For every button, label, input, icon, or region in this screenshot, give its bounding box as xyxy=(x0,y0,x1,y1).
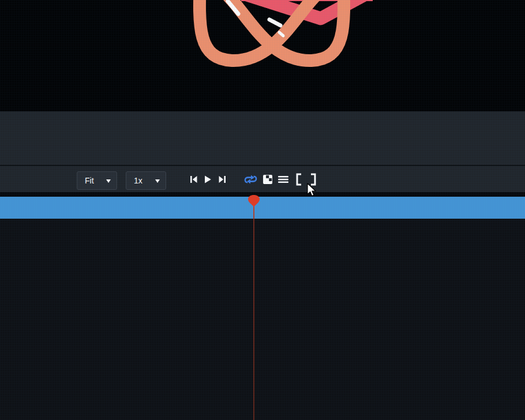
playback-speed-dropdown[interactable]: 1x xyxy=(126,171,166,190)
chevron-down-icon xyxy=(106,179,111,185)
zoom-fit-value: Fit xyxy=(85,176,94,185)
skip-to-end-button[interactable] xyxy=(215,172,229,186)
playhead-line xyxy=(253,204,254,420)
animation-player-window: Fit 1x xyxy=(0,0,525,420)
toolbar-timeline-divider xyxy=(0,192,525,197)
play-button[interactable] xyxy=(201,172,215,186)
player-toolbar: Fit 1x xyxy=(0,166,525,192)
preview-panel xyxy=(0,111,525,165)
knot-dash-2 xyxy=(269,20,280,25)
playback-speed-value: 1x xyxy=(134,176,142,185)
animation-preview xyxy=(0,0,525,111)
background-toggle-button[interactable] xyxy=(261,172,275,186)
mark-in-button[interactable] xyxy=(292,172,306,186)
animation-stage xyxy=(0,0,525,111)
bracket-in-icon xyxy=(295,173,303,186)
loop-toggle-button[interactable] xyxy=(243,172,257,186)
timeline-track[interactable] xyxy=(0,197,525,219)
hamburger-icon xyxy=(278,175,288,183)
menu-button[interactable] xyxy=(276,172,290,186)
chevron-down-icon xyxy=(155,179,160,185)
zoom-fit-dropdown[interactable]: Fit xyxy=(77,171,117,190)
loop-icon xyxy=(244,174,257,185)
timeline-body xyxy=(0,219,525,420)
skip-to-start-icon xyxy=(189,175,198,184)
play-icon xyxy=(203,175,212,184)
checkerboard-icon xyxy=(262,174,273,185)
mouse-cursor xyxy=(307,183,317,197)
skip-to-start-button[interactable] xyxy=(187,172,201,186)
playhead-marker[interactable] xyxy=(247,194,260,208)
skip-to-end-icon xyxy=(217,175,227,184)
